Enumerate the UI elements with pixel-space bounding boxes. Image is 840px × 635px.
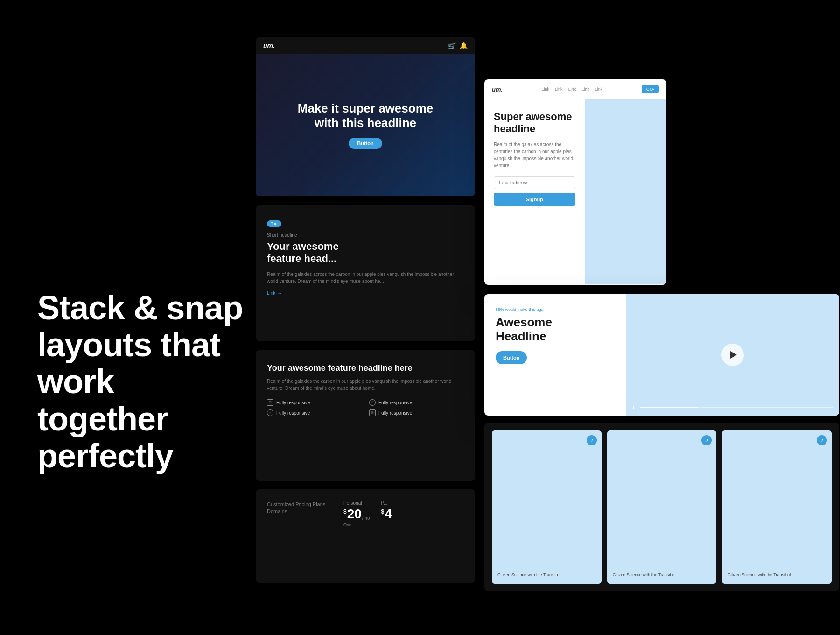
white-hero-image (585, 99, 667, 284)
video-headline-line1: Awesome (496, 315, 552, 329)
check-icon: ✓ (267, 409, 273, 416)
video-button[interactable]: Button (496, 351, 527, 364)
dark-hero-button[interactable]: Button (349, 138, 382, 149)
white-navbar: um. Link Link Link Link Link CTA (484, 79, 666, 99)
left-headline: Stack & snap layouts that work together … (37, 289, 252, 474)
nav-link-3[interactable]: Link (568, 87, 576, 92)
plan-label-1: One (343, 522, 370, 527)
heart-icon: ♡ (369, 399, 376, 406)
arrow-icon: → (277, 290, 282, 296)
card-badge-3: ↗ (817, 435, 827, 445)
white-content: Super awesome headline Realm of the gala… (484, 99, 585, 284)
card-label-1: Citizen Science with the Transit of (497, 572, 596, 578)
card-item-2[interactable]: ↗ Citizen Science with the Transit of (607, 430, 717, 584)
short-headline: Short headline (267, 233, 464, 238)
video-progress-bar: ⏸ (632, 405, 833, 410)
pricing-title-block: Customized Pricing Plans Domains (267, 501, 332, 572)
headline-line1: Stack & snap (37, 289, 243, 326)
trending-icon-2: ↗ (705, 438, 708, 443)
feature-item-2: ♡ Fully responsive (369, 399, 464, 406)
signup-button[interactable]: Signup (494, 193, 575, 206)
headline-line2: layouts that (37, 326, 220, 363)
card-badge-2: ↗ (701, 435, 712, 445)
resize-icon: ⊡ (267, 399, 273, 406)
dark-nav-icons: 🛒 🔔 (448, 42, 468, 49)
panels-container: um. 🛒 🔔 Make it super awesome with this … (256, 37, 840, 635)
feature-label-4: Fully responsive (378, 410, 412, 416)
amount-1: 20 (347, 508, 362, 521)
card-badge-1: ↗ (587, 435, 597, 445)
bot-feature-text: Realm of the galaxies the carbon in our … (267, 378, 464, 392)
feature-desc: Realm of the galaxies across the carbon … (267, 271, 464, 285)
white-nav-links: Link Link Link Link Link (542, 87, 603, 92)
feature-link[interactable]: Link → (267, 290, 464, 296)
progress-fill (640, 407, 698, 408)
white-desc: Realm of the galaxies across the centuri… (494, 141, 575, 169)
card-label-3: Citizen Science with the Transit of (728, 572, 826, 578)
feature-label-1: Fully responsive (276, 400, 310, 405)
trending-icon-1: ↗ (590, 438, 594, 443)
pricing-title-text: Customized Pricing Plans (267, 501, 332, 508)
white-hero: Super awesome headline Realm of the gala… (484, 99, 666, 284)
plan-name-2: P... (381, 501, 392, 506)
white-headline: Super awesome headline (494, 111, 575, 135)
card-item-3[interactable]: ↗ Citizen Science with the Transit of (722, 430, 832, 584)
testimonial-tag: 85% would make this again (496, 307, 615, 312)
video-headline-line2: Headline (496, 329, 546, 343)
price-1: $ 20 /mo (343, 508, 370, 521)
panel-white-signup: um. Link Link Link Link Link CTA Super a… (484, 79, 666, 285)
feature-item-1: ⊡ Fully responsive (267, 399, 362, 406)
amount-2: 4 (385, 508, 392, 521)
nav-link-4[interactable]: Link (581, 87, 589, 92)
plan-name-1: Personal (343, 501, 370, 506)
panel-dark-hero: um. 🛒 🔔 Make it super awesome with this … (256, 37, 475, 196)
video-thumbnail[interactable]: ⏸ (626, 294, 839, 416)
play-button[interactable] (721, 344, 744, 366)
panel-white-video: 85% would make this again Awesome Headli… (484, 294, 839, 416)
cart-icon: 🛒 (448, 42, 456, 49)
white-logo: um. (492, 86, 503, 93)
card-item-1[interactable]: ↗ Citizen Science with the Transit of (492, 430, 602, 584)
nav-link-5[interactable]: Link (595, 87, 603, 92)
progress-container[interactable] (640, 407, 833, 408)
headline-line4: perfectly (37, 437, 173, 474)
fh-line2: feature head... (267, 253, 336, 264)
feature-label-3: Fully responsive (276, 410, 310, 416)
panel-pricing: Customized Pricing Plans Domains Persona… (256, 489, 475, 583)
dark-hero-title: Make it super awesome with this headline (298, 101, 433, 130)
panel-cards: ↗ Citizen Science with the Transit of ↗ … (484, 423, 839, 591)
dark-navbar: um. 🛒 🔔 (256, 37, 475, 54)
panel-dark-feature: Tag Short headline Your awesome feature … (256, 205, 475, 341)
video-headline: Awesome Headline (496, 316, 615, 344)
dark-hero-content: Make it super awesome with this headline… (256, 54, 475, 196)
dollar-2: $ (381, 508, 385, 515)
dark-logo: um. (263, 42, 275, 49)
feature-label-2: Fully responsive (378, 400, 412, 405)
feature-tag: Tag (267, 220, 281, 227)
nav-link-1[interactable]: Link (542, 87, 550, 92)
pricing-title: Customized Pricing Plans Domains (267, 501, 332, 515)
email-input[interactable] (494, 176, 575, 189)
bot-feature-title: Your awesome feature headline here (267, 363, 464, 373)
feature-headline: Your awesome feature head... (267, 240, 464, 265)
fh-line1: Your awesome (267, 240, 339, 252)
hero-title-line1: Make it super awesome (298, 101, 433, 115)
feature-item-3: ✓ Fully responsive (267, 409, 362, 416)
price-2: $ 4 (381, 508, 392, 521)
nav-link-2[interactable]: Link (555, 87, 563, 92)
pricing-personal: Personal $ 20 /mo One (343, 501, 370, 572)
link-label: Link (267, 290, 275, 296)
video-content: 85% would make this again Awesome Headli… (484, 294, 626, 416)
card-caption-3: Citizen Science with the Transit of (728, 572, 826, 578)
pause-icon: ⏸ (632, 405, 637, 410)
card-label-2: Citizen Science with the Transit of (613, 572, 711, 578)
hero-title-line2: with this headline (315, 116, 416, 130)
dollar-1: $ (343, 508, 347, 515)
pricing-pro: P... $ 4 (381, 501, 392, 572)
pricing-subtitle: Domains (267, 508, 332, 515)
white-nav-cta[interactable]: CTA (642, 85, 659, 93)
feature-grid: ⊡ Fully responsive ♡ Fully responsive ✓ … (267, 399, 464, 416)
headline-line3: work together (37, 363, 168, 437)
feature-item-4: ⊟ Fully responsive (369, 409, 464, 416)
panel-dark-features: Your awesome feature headline here Realm… (256, 350, 475, 481)
